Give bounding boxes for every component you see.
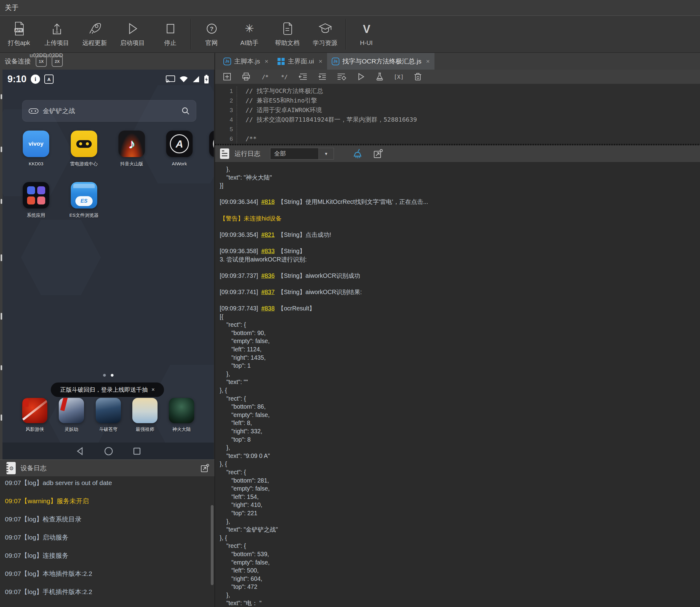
log-ref-link[interactable]: #818 — [260, 198, 276, 205]
dock-app-zuiqiangzushi[interactable]: 最强祖师 — [127, 398, 163, 432]
tab-main-ui[interactable]: 主界面.ui × — [273, 53, 327, 69]
h-ui-button[interactable]: V H-UI — [347, 22, 385, 46]
runlog-line — [220, 296, 700, 305]
log-text: "left": 500, — [220, 567, 259, 574]
tab-close-icon[interactable]: × — [265, 58, 268, 65]
dock-app-shenhuodalu[interactable]: 神火大陆 — [163, 398, 200, 432]
dock-app-icon — [132, 398, 157, 423]
indent-button[interactable] — [313, 69, 332, 84]
dock-app-fengying[interactable]: 风影游侠 — [16, 398, 53, 432]
runlog-line: "right": 332, — [220, 427, 700, 436]
comment-open-button[interactable]: /* — [256, 69, 275, 84]
learning-resources-button[interactable]: 学习资源 — [306, 21, 344, 47]
runlog-line: "top": 8 — [220, 436, 700, 444]
mirror-zoom-2x-button[interactable]: 2X — [52, 56, 63, 67]
stop-button[interactable]: 停止 — [151, 21, 189, 47]
runlog-line: "text": "9:09 0 A" — [220, 452, 700, 460]
app-douyin-huoshan[interactable]: ♪ 抖音火山版 — [112, 130, 152, 167]
log-ref-link[interactable]: #833 — [260, 248, 276, 254]
runlog-line: [09:09:37.737] #836 【String】aiworkOCR识别成… — [220, 272, 700, 280]
app-leidian-game-center[interactable]: 雷电游戏中心 — [64, 130, 104, 167]
app-label: 系统应用 — [27, 212, 45, 218]
banner-close-icon[interactable]: × — [151, 386, 155, 393]
toolbar-label: AI助手 — [240, 39, 259, 47]
clear-log-broom-icon[interactable] — [353, 148, 363, 159]
help-docs-button[interactable]: 帮助文档 — [268, 21, 306, 47]
device-log-popout-icon[interactable] — [200, 463, 210, 473]
new-snippet-button[interactable] — [218, 69, 237, 84]
log-text: }, — [220, 592, 230, 599]
promo-banner[interactable]: 正版斗破回归，登录上线即送千抽 × — [51, 382, 164, 397]
code-text: // 兼容ES5和Rhino引擎 — [237, 96, 317, 105]
phone-screen-mirror[interactable]: 9:10 i A — [2, 69, 214, 460]
js-file-icon: Js — [223, 58, 231, 65]
tab-ocr-summary[interactable]: Js 找字与OCR方法终极汇总.js × — [327, 53, 435, 69]
official-site-button[interactable]: ? 官网 — [193, 21, 231, 47]
tab-close-icon[interactable]: × — [426, 58, 430, 65]
outdent-button[interactable] — [294, 69, 313, 84]
log-ref-link[interactable]: #836 — [260, 272, 276, 279]
variables-button[interactable]: [X] — [389, 69, 408, 84]
search-bar[interactable]: 金铲铲之战 — [22, 100, 196, 122]
run-log-popout-icon[interactable] — [373, 149, 383, 159]
log-text: 【String】aiworkOCR识别结果: — [276, 289, 362, 295]
app-system-folder[interactable]: 系统应用 — [16, 182, 56, 218]
dock-app-lingyaojie[interactable]: 灵妖劫 — [53, 398, 90, 432]
ui-file-icon — [278, 58, 285, 65]
app-label: 抖音火山版 — [120, 161, 144, 167]
aiwork-app-icon: A — [166, 130, 193, 157]
upload-project-button[interactable]: 上传项目 — [38, 21, 76, 47]
clear-trash-button[interactable] — [408, 69, 428, 84]
format-code-button[interactable] — [332, 69, 351, 84]
main-toolbar: APK 打包apk 上传项目 远程更新 启动项目 停止 — [0, 16, 700, 53]
run-log-output[interactable]: }, "text": "神火大陆"}][09:09:36.344] #818 【… — [215, 162, 700, 607]
app-kkd03[interactable]: vivoy KKD03 — [16, 130, 56, 166]
log-filter-select[interactable]: 全部 ▼ — [270, 148, 334, 160]
menu-about[interactable]: 关于 — [0, 3, 23, 12]
log-ref-link[interactable]: #837 — [260, 289, 276, 295]
page-dot — [103, 374, 106, 377]
test-flask-button[interactable] — [370, 69, 389, 84]
nav-recents-button[interactable] — [133, 447, 141, 456]
dock-app-label: 风影游侠 — [25, 426, 44, 432]
leidian-app-icon — [71, 130, 97, 157]
print-button[interactable] — [237, 69, 256, 84]
device-log-scrollbar[interactable] — [211, 505, 214, 585]
runlog-line: "rect": { — [220, 468, 700, 477]
battery-icon — [204, 75, 209, 83]
nav-home-button[interactable] — [104, 446, 113, 456]
tab-close-icon[interactable]: × — [319, 58, 322, 65]
runlog-line: "top": 472 — [220, 583, 700, 591]
app-clipped[interactable]: A — [196, 130, 214, 157]
log-ref-link[interactable]: #838 — [260, 305, 276, 312]
app-aiwork[interactable]: A AIWork — [159, 130, 199, 166]
apk-file-icon: APK — [14, 21, 25, 36]
toolbar-label: 停止 — [164, 39, 177, 47]
app-es-file-explorer[interactable]: ES ES文件浏览器 — [64, 182, 104, 218]
warning-text: 【警告】未连接hid设备 — [220, 215, 282, 222]
editor-tabbar: Js 主脚本.js × 主界面.ui × Js 找字与OCR方法终极汇总.js … — [215, 53, 700, 70]
run-project-button[interactable]: 启动项目 — [113, 21, 151, 47]
device-log-list[interactable]: 09:07【log】adb server is out of date09:07… — [0, 477, 215, 607]
run-script-button[interactable] — [351, 69, 370, 84]
nav-back-button[interactable] — [75, 446, 85, 456]
log-text: "right": 332, — [220, 428, 262, 435]
log-ref-link[interactable]: #821 — [260, 231, 276, 238]
ai-assistant-button[interactable]: ✳ AI助手 — [231, 21, 268, 47]
mirror-zoom-1x-button[interactable]: 1X — [36, 56, 47, 67]
comment-close-button[interactable]: */ — [275, 69, 294, 84]
code-text — [237, 124, 245, 134]
runlog-line: "text": "金铲铲之战" — [220, 525, 700, 534]
ide-window: 关于 APK 打包apk 上传项目 远程更新 启动项目 — [0, 0, 700, 607]
runlog-line: "bottom": 90, — [220, 329, 700, 337]
dock-app-doupocangqiong[interactable]: 斗破苍穹 — [90, 398, 127, 432]
device-log-title: 设备日志 — [21, 464, 46, 473]
log-text: "empty": false, — [220, 337, 269, 344]
run-log-icon — [220, 148, 229, 159]
package-apk-button[interactable]: APK 打包apk — [0, 21, 38, 47]
editor-line: 3// 适用于安卓AIWROK环境 — [215, 105, 700, 115]
code-editor[interactable]: 1// 找字与OCR方法终极汇总2// 兼容ES5和Rhino引擎3// 适用于… — [215, 84, 700, 146]
tab-main-script[interactable]: Js 主脚本.js × — [219, 53, 273, 69]
remote-update-button[interactable]: 远程更新 — [76, 21, 113, 47]
log-text: "bottom": 86, — [220, 403, 265, 410]
